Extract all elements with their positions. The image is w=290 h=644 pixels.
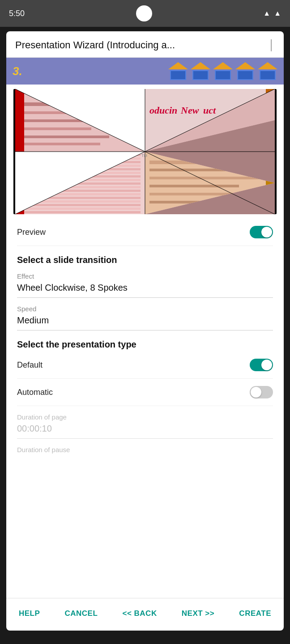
status-bar: 5:50 ▲ ▲ — [0, 0, 290, 27]
status-time: 5:50 — [9, 9, 25, 18]
speed-label: Speed — [17, 305, 273, 313]
wizard-arrow-5 — [258, 62, 277, 80]
page-title: Presentation Wizard (Introducing a... — [15, 39, 175, 51]
signal-icon: ▲ — [274, 9, 281, 17]
arrow-top-icon — [213, 62, 233, 69]
help-button[interactable]: HELP — [17, 606, 42, 622]
arrow-top-icon — [168, 62, 188, 69]
presentation-section-title: Select the presentation type — [17, 339, 273, 350]
wizard-arrows — [168, 62, 277, 80]
automatic-label: Automatic — [17, 388, 53, 397]
arrow-top-icon — [235, 62, 255, 69]
arrow-bottom-icon — [260, 70, 276, 80]
wizard-arrow-3 — [213, 62, 233, 80]
duration-pause-label: Duration of pause — [17, 446, 273, 453]
default-label: Default — [17, 360, 43, 370]
transition-section-title: Select a slide transition — [17, 255, 273, 265]
svg-rect-54 — [15, 211, 141, 213]
arrow-top-icon — [258, 62, 277, 69]
presentation-section: Select the presentation type Default Aut… — [17, 339, 273, 453]
svg-text:oducin: oducin — [149, 105, 177, 116]
preview-row: Preview — [17, 219, 273, 246]
default-toggle-knob — [261, 360, 272, 370]
wizard-arrow-1 — [168, 62, 188, 80]
content-area: Preview Select a slide transition Effect… — [6, 219, 284, 598]
arrow-bottom-icon — [237, 70, 253, 80]
status-icons: ▲ ▲ — [263, 9, 281, 17]
arrow-bottom-icon — [192, 70, 209, 80]
svg-rect-19 — [20, 143, 100, 145]
preview-toggle[interactable] — [250, 226, 273, 238]
wizard-arrow-2 — [191, 62, 210, 80]
automatic-row: Automatic — [17, 379, 273, 406]
duration-page-label: Duration of page — [17, 413, 273, 421]
next-button[interactable]: NEXT >> — [180, 606, 216, 622]
effect-value[interactable]: Wheel Clockwise, 8 Spokes — [17, 283, 273, 298]
arrow-bottom-icon — [215, 70, 231, 80]
svg-rect-53 — [15, 208, 141, 210]
toggle-knob — [261, 227, 272, 237]
back-button[interactable]: << BACK — [120, 606, 158, 622]
default-toggle[interactable] — [250, 359, 273, 371]
automatic-toggle-knob — [251, 387, 261, 398]
slide-preview-svg: oducin New uct — [13, 89, 277, 214]
bottom-nav: HELP CANCEL << BACK NEXT >> CREATE — [6, 598, 284, 631]
duration-page-value[interactable]: 00:00:10 — [17, 424, 273, 439]
speed-field: Speed Medium — [17, 305, 273, 330]
speed-value[interactable]: Medium — [17, 315, 273, 330]
svg-text:New: New — [180, 105, 199, 116]
close-icon[interactable]: │ — [269, 39, 275, 51]
wizard-step-bar: 3. — [6, 58, 284, 85]
create-button[interactable]: CREATE — [237, 606, 273, 622]
default-row: Default — [17, 352, 273, 379]
duration-page-field: Duration of page 00:00:10 — [17, 413, 273, 439]
duration-pause-field: Duration of pause — [17, 446, 273, 453]
arrow-top-icon — [191, 62, 210, 69]
svg-rect-18 — [20, 136, 109, 138]
svg-rect-32 — [149, 177, 261, 179]
effect-field: Effect Wheel Clockwise, 8 Spokes — [17, 272, 273, 298]
slide-preview: oducin New uct — [13, 89, 277, 214]
automatic-toggle[interactable] — [250, 386, 273, 398]
transition-section: Select a slide transition Effect Wheel C… — [17, 255, 273, 330]
camera-indicator — [136, 5, 152, 21]
main-card: Presentation Wizard (Introducing a... │ … — [6, 31, 284, 631]
preview-label: Preview — [17, 228, 46, 237]
effect-label: Effect — [17, 272, 273, 280]
wizard-arrow-4 — [235, 62, 255, 80]
svg-text:uct: uct — [203, 105, 216, 116]
title-bar: Presentation Wizard (Introducing a... │ — [6, 31, 284, 58]
wizard-step-number: 3. — [13, 64, 22, 78]
wifi-icon: ▲ — [263, 9, 270, 17]
cancel-button[interactable]: CANCEL — [63, 606, 99, 622]
arrow-bottom-icon — [170, 70, 186, 80]
svg-rect-17 — [20, 127, 91, 130]
svg-rect-33 — [149, 185, 239, 187]
svg-text:TM: TM — [141, 153, 147, 158]
